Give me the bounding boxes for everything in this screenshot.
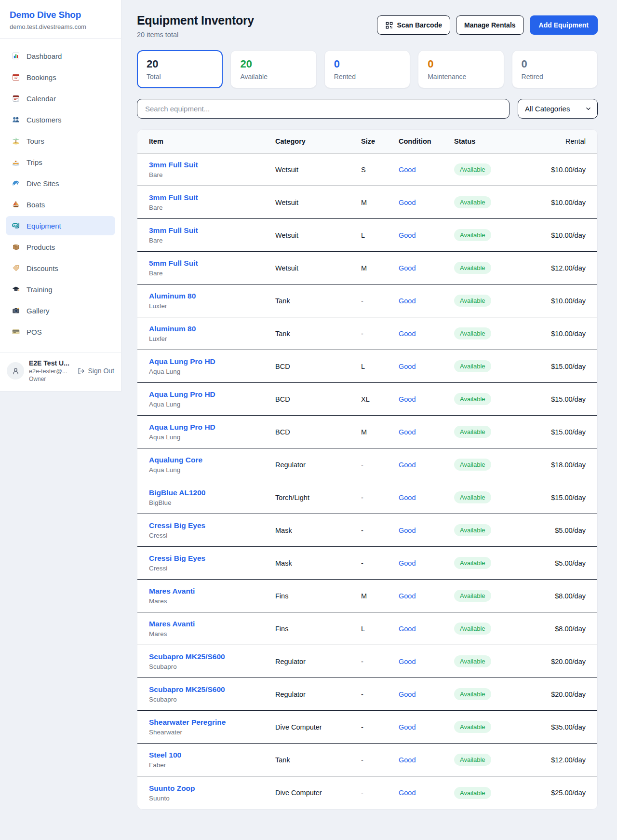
table-row: 3mm Full SuitBareWetsuitLGoodAvailable$1… [137, 219, 597, 252]
item-name-link[interactable]: Shearwater Peregrine [149, 718, 275, 727]
sidebar-item-dive-sites[interactable]: Dive Sites [6, 174, 115, 193]
condition-link[interactable]: Good [399, 592, 454, 600]
barcode-scan-icon [385, 21, 393, 29]
item-name-link[interactable]: 3mm Full Suit [149, 226, 275, 235]
sidebar-item-equipment[interactable]: Equipment [6, 216, 115, 235]
status-cell: Available [454, 360, 526, 372]
sidebar-item-discounts[interactable]: Discounts [6, 258, 115, 278]
stat-card-available[interactable]: 20Available [230, 50, 316, 88]
calendar-date-icon: 17 [12, 73, 20, 81]
condition-link[interactable]: Good [399, 658, 454, 665]
sidebar-item-products[interactable]: Products [6, 237, 115, 257]
category-select[interactable]: All Categories [518, 99, 598, 119]
item-name-link[interactable]: Suunto Zoop [149, 784, 275, 793]
item-name-link[interactable]: Aqua Lung Pro HD [149, 423, 275, 432]
item-name-link[interactable]: Mares Avanti [149, 587, 275, 596]
category-cell: BCD [275, 395, 361, 403]
condition-link[interactable]: Good [399, 691, 454, 698]
rental-cell: $10.00/day [526, 330, 586, 338]
search-input[interactable] [137, 99, 510, 119]
rental-cell: $8.00/day [526, 625, 586, 633]
sign-out-button[interactable]: Sign Out [77, 367, 114, 375]
condition-link[interactable]: Good [399, 461, 454, 469]
item-name-link[interactable]: Aqua Lung Pro HD [149, 390, 275, 399]
sidebar-item-label: Dashboard [27, 52, 62, 60]
item-name-link[interactable]: Steel 100 [149, 751, 275, 759]
item-name-link[interactable]: Cressi Big Eyes [149, 554, 275, 563]
condition-link[interactable]: Good [399, 297, 454, 305]
sidebar-item-dashboard[interactable]: Dashboard [6, 46, 115, 66]
column-header-size: Size [361, 137, 399, 145]
condition-link[interactable]: Good [399, 756, 454, 764]
stat-card-rented[interactable]: 0Rented [324, 50, 410, 88]
condition-link[interactable]: Good [399, 428, 454, 436]
condition-link[interactable]: Good [399, 527, 454, 534]
item-name-link[interactable]: Scubapro MK25/S600 [149, 685, 275, 694]
category-cell: Tank [275, 330, 361, 338]
item-name-link[interactable]: Aqualung Core [149, 456, 275, 464]
stat-card-total[interactable]: 20Total [137, 50, 223, 88]
sidebar-item-trips[interactable]: Trips [6, 152, 115, 172]
condition-link[interactable]: Good [399, 330, 454, 338]
sidebar-item-boats[interactable]: Boats [6, 195, 115, 214]
rental-cell: $15.00/day [526, 494, 586, 501]
tag-icon [12, 264, 20, 272]
status-cell: Available [454, 491, 526, 503]
condition-link[interactable]: Good [399, 494, 454, 501]
item-name-link[interactable]: 5mm Full Suit [149, 259, 275, 268]
item-name-link[interactable]: Aluminum 80 [149, 292, 275, 300]
item-brand: BigBlue [149, 499, 275, 506]
item-name-link[interactable]: Scubapro MK25/S600 [149, 652, 275, 661]
manage-rentals-button[interactable]: Manage Rentals [456, 15, 524, 35]
condition-link[interactable]: Good [399, 264, 454, 272]
sailboat-icon [12, 200, 20, 209]
item-brand: Luxfer [149, 302, 275, 310]
sidebar-item-training[interactable]: Training [6, 280, 115, 299]
condition-link[interactable]: Good [399, 166, 454, 174]
sidebar-item-pos[interactable]: POS [6, 322, 115, 341]
item-brand: Luxfer [149, 335, 275, 342]
rental-cell: $12.00/day [526, 756, 586, 764]
item-name-link[interactable]: Cressi Big Eyes [149, 521, 275, 530]
condition-link[interactable]: Good [399, 625, 454, 633]
sidebar-item-tours[interactable]: Tours [6, 131, 115, 150]
category-cell: Dive Computer [275, 789, 361, 797]
category-cell: Torch/Light [275, 494, 361, 501]
rental-cell: $10.00/day [526, 199, 586, 206]
scan-barcode-button[interactable]: Scan Barcode [377, 15, 450, 35]
logout-icon [77, 367, 85, 375]
sidebar-item-bookings[interactable]: 17Bookings [6, 68, 115, 87]
condition-link[interactable]: Good [399, 363, 454, 370]
item-name-link[interactable]: Aluminum 80 [149, 325, 275, 333]
rental-cell: $15.00/day [526, 428, 586, 436]
item-cell: Aqua Lung Pro HDAqua Lung [149, 357, 275, 375]
sidebar-item-customers[interactable]: Customers [6, 110, 115, 129]
sidebar-item-label: Trips [27, 158, 42, 166]
condition-link[interactable]: Good [399, 559, 454, 567]
condition-link[interactable]: Good [399, 231, 454, 239]
rental-cell: $12.00/day [526, 264, 586, 272]
size-cell: - [361, 330, 399, 338]
status-cell: Available [454, 721, 526, 733]
condition-link[interactable]: Good [399, 199, 454, 206]
item-name-link[interactable]: Mares Avanti [149, 620, 275, 628]
category-cell: Mask [275, 527, 361, 534]
equipment-table: Item Category Size Condition Status Rent… [137, 129, 598, 810]
item-name-link[interactable]: 3mm Full Suit [149, 161, 275, 169]
item-name-link[interactable]: 3mm Full Suit [149, 193, 275, 202]
rental-cell: $10.00/day [526, 231, 586, 239]
item-name-link[interactable]: Aqua Lung Pro HD [149, 357, 275, 366]
sidebar-item-calendar[interactable]: Calendar [6, 89, 115, 108]
status-badge: Available [454, 360, 491, 372]
condition-link[interactable]: Good [399, 395, 454, 403]
table-row: Cressi Big EyesCressiMask-GoodAvailable$… [137, 514, 597, 547]
stat-card-retired[interactable]: 0Retired [512, 50, 598, 88]
item-name-link[interactable]: BigBlue AL1200 [149, 488, 275, 497]
stat-card-maintenance[interactable]: 0Maintenance [418, 50, 504, 88]
condition-link[interactable]: Good [399, 723, 454, 731]
status-badge: Available [454, 196, 491, 208]
condition-link[interactable]: Good [399, 789, 454, 797]
add-equipment-button[interactable]: Add Equipment [530, 15, 598, 35]
item-cell: Cressi Big EyesCressi [149, 554, 275, 572]
sidebar-item-gallery[interactable]: Gallery [6, 301, 115, 320]
